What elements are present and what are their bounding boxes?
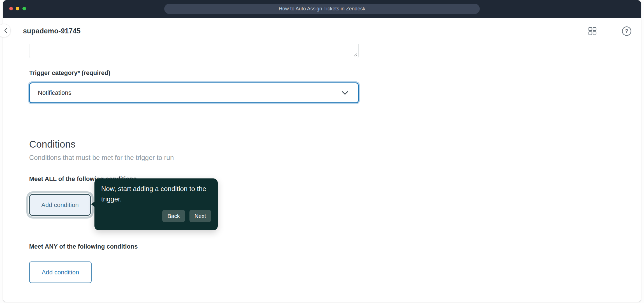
traffic-light-zoom-icon[interactable] xyxy=(22,7,26,10)
grid-icon xyxy=(588,27,597,35)
add-condition-any-button[interactable]: Add condition xyxy=(29,261,92,283)
add-condition-any-label: Add condition xyxy=(42,269,79,276)
window-title: How to Auto Assign Tickets in Zendesk xyxy=(164,4,480,14)
help-icon: ? xyxy=(621,26,632,36)
trigger-category-value: Notifications xyxy=(38,89,71,97)
add-condition-all-highlight: Add condition xyxy=(29,194,91,216)
description-textarea[interactable] xyxy=(29,44,359,58)
tooltip-message: Now, start adding a condition to the tri… xyxy=(101,183,211,204)
add-condition-all-button[interactable]: Add condition xyxy=(29,194,91,216)
window-titlebar: How to Auto Assign Tickets in Zendesk xyxy=(3,0,641,18)
conditions-description: Conditions that must be met for the trig… xyxy=(29,154,641,162)
tooltip-actions: Back Next xyxy=(101,210,211,222)
trigger-category-select[interactable]: Notifications xyxy=(29,82,359,103)
help-button[interactable]: ? xyxy=(621,26,632,36)
conditions-heading: Conditions xyxy=(29,139,641,150)
trigger-category-label: Trigger category* (required) xyxy=(29,69,641,77)
traffic-light-close-icon[interactable] xyxy=(9,7,13,10)
add-condition-all-label: Add condition xyxy=(41,201,78,209)
meet-any-label: Meet ANY of the following conditions xyxy=(29,243,641,250)
back-button[interactable] xyxy=(0,24,11,37)
svg-text:?: ? xyxy=(625,28,628,34)
tooltip-next-button[interactable]: Next xyxy=(189,210,211,222)
chevron-down-icon xyxy=(342,91,348,95)
apps-grid-button[interactable] xyxy=(587,26,598,36)
tooltip-back-button[interactable]: Back xyxy=(162,210,185,222)
tooltip-caret-icon xyxy=(91,201,95,207)
traffic-light-minimize-icon[interactable] xyxy=(16,7,19,10)
tutorial-tooltip: Now, start adding a condition to the tri… xyxy=(94,178,218,230)
resize-handle-icon[interactable] xyxy=(353,53,357,57)
demo-title: supademo-91745 xyxy=(23,27,81,35)
trigger-form: Trigger category* (required) Notificatio… xyxy=(3,44,641,283)
chevron-left-icon xyxy=(4,27,8,34)
demo-header: supademo-91745 ? xyxy=(3,18,641,44)
app-window: How to Auto Assign Tickets in Zendesk su… xyxy=(3,0,641,302)
